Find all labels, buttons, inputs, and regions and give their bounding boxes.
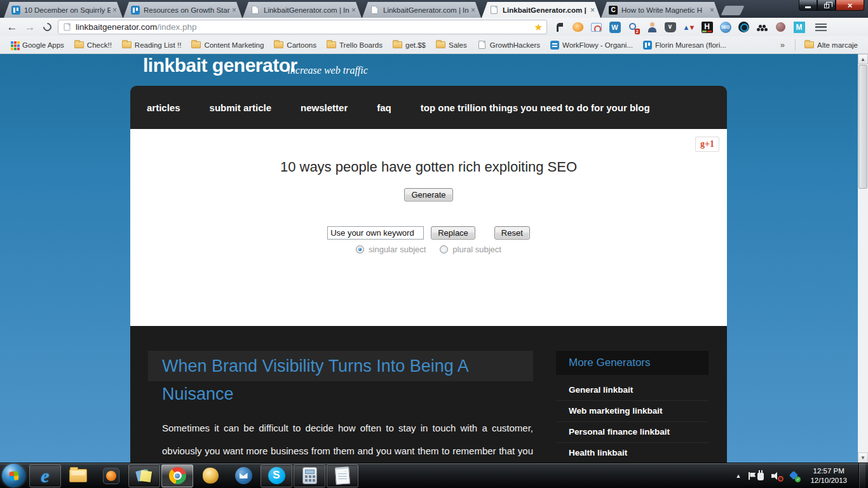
- bookmark-folder[interactable]: get.$$: [389, 39, 430, 51]
- tab-1[interactable]: 10 December on Squirrly E ×: [4, 2, 123, 18]
- reset-button[interactable]: Reset: [494, 226, 530, 240]
- show-desktop-button[interactable]: [858, 463, 865, 488]
- start-button[interactable]: [2, 464, 25, 487]
- hidden-icons-arrow[interactable]: ▲: [736, 473, 742, 479]
- forward-button[interactable]: →: [23, 20, 37, 34]
- close-button[interactable]: ×: [836, 0, 864, 11]
- seo-extension-icon[interactable]: SEO: [719, 21, 731, 33]
- taskbar-sticky-notes[interactable]: [128, 464, 160, 487]
- reload-button[interactable]: [41, 21, 53, 32]
- person-extension-icon[interactable]: [646, 21, 658, 33]
- bookmark-folder[interactable]: Content Marketing: [187, 39, 268, 51]
- google-plusone-button[interactable]: g+1: [695, 137, 719, 152]
- taskbar-clock[interactable]: 12:57 PM 12/10/2013: [806, 466, 851, 485]
- sidebar-link-web-marketing[interactable]: Web marketing linkbait: [556, 401, 709, 422]
- bookmark-star-icon[interactable]: ★: [534, 22, 543, 33]
- minimize-button[interactable]: [799, 0, 817, 11]
- article-title[interactable]: When Brand Visibility Turns Into Being A…: [148, 351, 533, 408]
- extension-row: W 2 ∨ ▲▼ H SEO M: [553, 21, 827, 33]
- pocket-extension-icon[interactable]: ∨: [664, 21, 676, 33]
- generate-button[interactable]: Generate: [404, 188, 452, 201]
- bookmark-workflowy[interactable]: WorkFlowy - Organi...: [546, 39, 637, 51]
- address-bar[interactable]: linkbaitgenerator.com/index.php ★: [58, 20, 547, 34]
- pagespeed-extension-icon[interactable]: [590, 21, 602, 33]
- tab-title: LinkbaitGenerator.com | In: [503, 6, 588, 14]
- sidebar-link-personal-finance[interactable]: Personal finance linkbait: [556, 422, 709, 443]
- replace-button[interactable]: Replace: [431, 226, 475, 240]
- taskbar-media-player[interactable]: [95, 464, 127, 487]
- site-logo[interactable]: linkbait generator: [143, 55, 297, 76]
- tab-close-icon[interactable]: ×: [708, 6, 716, 15]
- taskbar-notepad[interactable]: [327, 464, 358, 487]
- system-tray: ▲ 12:57 PM 12/10/2013: [736, 463, 868, 488]
- taskbar-internet-explorer[interactable]: e: [29, 464, 61, 487]
- tab-close-icon[interactable]: ×: [230, 6, 238, 15]
- power-plug-icon[interactable]: [757, 473, 764, 480]
- sidebar-link-health[interactable]: Health linkbait: [556, 443, 709, 463]
- new-tab-button[interactable]: [721, 6, 745, 15]
- taskbar-thunderbird[interactable]: [227, 464, 259, 487]
- taskbar-skype[interactable]: S: [261, 464, 292, 487]
- other-bookmarks-folder[interactable]: Alte marcaje: [801, 39, 862, 51]
- tab-3[interactable]: LinkbaitGenerator.com | In ×: [243, 2, 362, 18]
- site-header: linkbait generator - increase web traffi…: [130, 54, 727, 86]
- nav-submit-article[interactable]: submit article: [210, 102, 272, 113]
- nav-top-trillion[interactable]: top one trillion things you need to do f…: [421, 102, 650, 113]
- nav-faq[interactable]: faq: [377, 102, 391, 113]
- taskbar-golden-app[interactable]: [194, 464, 226, 487]
- bookmark-folder[interactable]: Check!!: [71, 39, 116, 51]
- apple-extension-icon[interactable]: [775, 21, 787, 33]
- restore-button[interactable]: [817, 0, 836, 11]
- plural-radio[interactable]: [440, 245, 448, 254]
- back-button[interactable]: ←: [5, 20, 19, 34]
- tab-5-active[interactable]: LinkbaitGenerator.com | In ×: [482, 2, 600, 18]
- dropbox-icon[interactable]: [789, 471, 799, 480]
- chrome-menu-icon[interactable]: [815, 24, 827, 31]
- tab-title: LinkbaitGenerator.com | In: [264, 6, 349, 14]
- featured-article: When Brand Visibility Turns Into Being A…: [148, 351, 533, 463]
- volume-muted-icon[interactable]: [771, 471, 782, 480]
- tab-title: Resources on Growth Star: [144, 6, 230, 14]
- taskbar-chrome[interactable]: [161, 464, 193, 487]
- nav-newsletter[interactable]: newsletter: [301, 102, 348, 113]
- golden-app-icon: [203, 468, 219, 484]
- bookmark-folder[interactable]: Reading List !!: [118, 39, 186, 51]
- lamp-extension-icon[interactable]: [553, 21, 566, 33]
- pufferfish-extension-icon[interactable]: [572, 21, 584, 33]
- bookmark-trello-board[interactable]: Florin Muresan (flori...: [639, 39, 730, 51]
- bookmark-folder[interactable]: Sales: [432, 39, 471, 51]
- page-scrollbar[interactable]: ▲ ▼: [858, 54, 868, 463]
- scroll-up-arrow[interactable]: ▲: [858, 54, 868, 64]
- action-center-flag-icon[interactable]: [749, 472, 750, 480]
- internet-explorer-icon: e: [41, 467, 49, 485]
- search-extension-icon[interactable]: 2: [627, 21, 639, 33]
- nav-articles[interactable]: articles: [147, 102, 180, 113]
- bookmark-folder[interactable]: Cartoons: [270, 39, 320, 51]
- tab-close-icon[interactable]: ×: [111, 6, 119, 15]
- scrollbar-thumb[interactable]: [858, 65, 867, 189]
- bookmark-google-apps[interactable]: Google Apps: [6, 39, 68, 51]
- bookmark-growthhackers[interactable]: GrowthHackers: [473, 39, 544, 51]
- tab-4[interactable]: LinkbaitGenerator.com | In ×: [362, 2, 481, 18]
- h-stats-extension-icon[interactable]: H: [701, 21, 713, 33]
- tab-close-icon[interactable]: ×: [349, 6, 358, 15]
- w-badge-extension-icon[interactable]: W: [609, 21, 621, 33]
- taskbar-calculator[interactable]: [294, 464, 325, 487]
- sidebar-link-general[interactable]: General linkbait: [556, 380, 709, 401]
- scroll-down-arrow[interactable]: ▼: [858, 452, 868, 463]
- keyword-input[interactable]: [327, 226, 424, 240]
- tab-6[interactable]: How to Write Magnetic H ×: [601, 2, 720, 18]
- apps-grid-icon: [10, 41, 19, 50]
- taskbar-windows-explorer[interactable]: [62, 464, 94, 487]
- people-group-extension-icon[interactable]: [756, 21, 768, 33]
- m-extension-icon[interactable]: M: [793, 21, 805, 33]
- bookmark-folder[interactable]: Trello Boards: [323, 39, 386, 51]
- bookmarks-overflow-chevron[interactable]: »: [775, 40, 790, 50]
- singular-radio[interactable]: [356, 245, 364, 254]
- tab-close-icon[interactable]: ×: [588, 6, 597, 15]
- url-text[interactable]: linkbaitgenerator.com/index.php: [76, 22, 531, 32]
- eye-extension-icon[interactable]: [738, 21, 750, 33]
- tab-close-icon[interactable]: ×: [469, 6, 477, 15]
- tab-2[interactable]: Resources on Growth Star ×: [123, 2, 242, 18]
- traffic-arrows-extension-icon[interactable]: ▲▼: [682, 21, 695, 33]
